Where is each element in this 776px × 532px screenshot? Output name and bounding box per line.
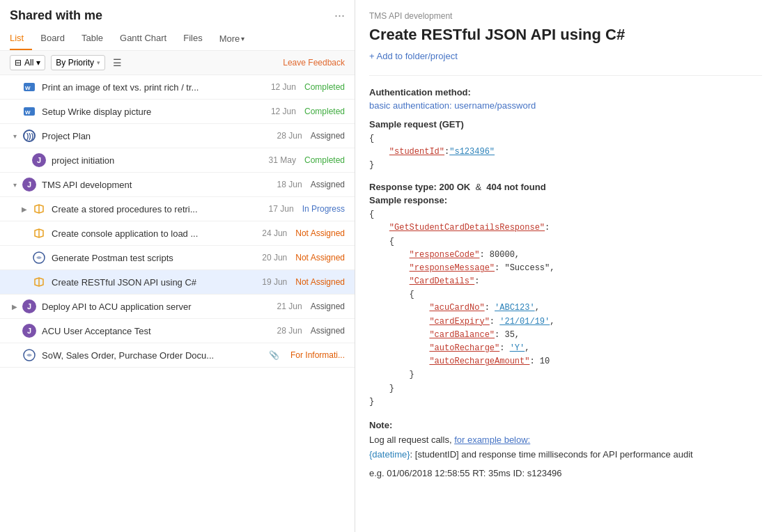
task-name: Generate Postman test scripts xyxy=(52,253,262,263)
task-date: 17 Jun xyxy=(269,204,294,214)
add-to-folder-link[interactable]: + Add to folder/project xyxy=(369,51,762,61)
task-name: project initiation xyxy=(52,155,269,166)
avatar-icon: J xyxy=(22,178,36,191)
list-view-icon[interactable]: ☰ xyxy=(111,55,124,70)
page-title: Shared with me xyxy=(10,8,102,23)
breadcrumb: TMS API development xyxy=(369,11,762,21)
task-status: Assigned xyxy=(311,302,345,311)
task-row[interactable]: ▾ J TMS API development 18 Jun Assigned xyxy=(0,173,355,197)
sample-request-code: { "studentId":"s123496" } xyxy=(369,132,762,173)
task-date: 18 Jun xyxy=(277,180,302,189)
priority-sort-button[interactable]: By Priority xyxy=(51,55,105,70)
expand-button[interactable]: ▾ xyxy=(10,180,20,189)
task-icon-wrike xyxy=(32,202,46,216)
task-status: Not Assigned xyxy=(295,253,345,263)
task-row[interactable]: J ACU User Acceptance Test 28 Jun Assign… xyxy=(0,319,355,343)
expand-placeholder xyxy=(20,228,29,238)
task-date: 31 May xyxy=(269,155,296,165)
title-row: Shared with me ··· xyxy=(10,8,345,23)
task-row[interactable]: SoW, Sales Order, Purchase Order Docu...… xyxy=(0,343,355,368)
task-status: Completed xyxy=(304,155,345,165)
task-date: 19 Jun xyxy=(262,277,287,287)
tab-board[interactable]: Board xyxy=(32,29,73,50)
task-status: Completed xyxy=(304,107,345,116)
task-row[interactable]: ▶ Create a stored procedures to retri...… xyxy=(0,197,355,221)
task-status: Not Assigned xyxy=(295,228,345,238)
expand-placeholder xyxy=(10,350,20,360)
note-label: Note: xyxy=(369,420,762,430)
task-row[interactable]: W Setup Wrike display picture 12 Jun Com… xyxy=(0,100,355,124)
task-name: ACU User Acceptance Test xyxy=(42,326,277,336)
task-row[interactable]: W Print an image of text vs. print rich … xyxy=(0,75,355,100)
tab-list[interactable]: List xyxy=(10,29,32,50)
avatar-icon: J xyxy=(22,324,36,338)
priority-label: By Priority xyxy=(56,58,94,68)
task-name: Project Plan xyxy=(42,131,277,141)
task-row[interactable]: Create console application to load ... 2… xyxy=(0,221,355,246)
expand-button[interactable]: ▶ xyxy=(20,204,29,214)
svg-text:W: W xyxy=(25,109,31,116)
task-name: Create RESTful JSON API using C# xyxy=(52,277,262,288)
task-date: 21 Jun xyxy=(277,302,302,311)
task-status: Completed xyxy=(304,82,345,92)
task-status: In Progress xyxy=(302,204,345,214)
expand-button[interactable]: ▾ xyxy=(10,131,20,141)
filter-button[interactable]: ⊟ All ▾ xyxy=(10,55,45,70)
toolbar: ⊟ All ▾ By Priority ☰ Leave Feedback xyxy=(0,51,355,75)
filter-icon: ⊟ xyxy=(15,58,22,68)
task-name: Create console application to load ... xyxy=(52,228,262,239)
expand-placeholder xyxy=(20,155,29,165)
more-options-button[interactable]: ··· xyxy=(334,8,345,23)
left-header: Shared with me ··· List Board Table Gant… xyxy=(0,0,355,51)
sample-response-label: Sample response: xyxy=(369,195,762,205)
task-icon-wrike: ))) xyxy=(22,129,36,143)
task-status: Not Assigned xyxy=(295,277,345,287)
expand-placeholder xyxy=(20,277,29,287)
response-type-label: Response type: 200 OK & 404 not found xyxy=(369,182,762,192)
task-date: 28 Jun xyxy=(277,131,302,141)
task-name: Print an image of text vs. print rich / … xyxy=(42,82,271,93)
tab-table[interactable]: Table xyxy=(73,29,111,50)
task-icon-wrike xyxy=(22,348,36,362)
example-line: e.g. 01/06/2018 12:58:55 RT: 35ms ID: s1… xyxy=(369,468,762,478)
task-icon-wrike xyxy=(32,251,46,265)
task-row[interactable]: ▶ J Deploy API to ACU application server… xyxy=(0,295,355,319)
section-divider xyxy=(369,75,762,76)
expand-placeholder xyxy=(20,253,29,263)
nav-tabs: List Board Table Gantt Chart Files More xyxy=(10,29,345,50)
task-icon-wrike xyxy=(32,226,46,240)
avatar-icon: J xyxy=(32,153,46,167)
left-panel: Shared with me ··· List Board Table Gant… xyxy=(0,0,355,532)
detail-title: Create RESTful JSON API using C# xyxy=(369,25,762,45)
task-icon-wrike: W xyxy=(22,80,36,94)
task-date: 12 Jun xyxy=(271,82,296,92)
sample-request-label: Sample request (GET) xyxy=(369,119,762,130)
filter-chevron-icon: ▾ xyxy=(36,58,40,68)
filter-label: All xyxy=(24,58,33,68)
task-status: For Informati... xyxy=(290,350,345,360)
expand-placeholder xyxy=(10,107,20,116)
tab-more[interactable]: More xyxy=(211,29,254,50)
note-text: Log all request calls, for example below… xyxy=(369,433,762,462)
task-name: Deploy API to ACU application server xyxy=(42,302,277,312)
task-status: Assigned xyxy=(311,131,345,141)
task-status: Assigned xyxy=(311,180,345,189)
task-name: TMS API development xyxy=(42,180,277,190)
expand-button[interactable]: ▶ xyxy=(10,302,20,311)
task-row[interactable]: Create RESTful JSON API using C# 19 Jun … xyxy=(0,270,355,295)
task-row[interactable]: Generate Postman test scripts 20 Jun Not… xyxy=(0,246,355,270)
avatar-icon: J xyxy=(22,299,36,313)
auth-value: basic authentication: username/password xyxy=(369,100,762,111)
sample-response-code: { "GetStudentCardDetailsResponse": { "re… xyxy=(369,208,762,409)
svg-text:))): ))) xyxy=(26,132,33,140)
right-panel: TMS API development Create RESTful JSON … xyxy=(355,0,776,532)
tab-files[interactable]: Files xyxy=(175,29,210,50)
tab-gantt-chart[interactable]: Gantt Chart xyxy=(111,29,175,50)
task-row[interactable]: J project initiation 31 May Completed xyxy=(0,148,355,173)
note-section: Note: Log all request calls, for example… xyxy=(369,420,762,478)
task-name: SoW, Sales Order, Purchase Order Docu... xyxy=(42,350,269,361)
task-row[interactable]: ▾ ))) Project Plan 28 Jun Assigned xyxy=(0,124,355,148)
leave-feedback-link[interactable]: Leave Feedback xyxy=(283,58,345,68)
task-icon-wrike xyxy=(32,275,46,289)
task-status: Assigned xyxy=(311,326,345,336)
